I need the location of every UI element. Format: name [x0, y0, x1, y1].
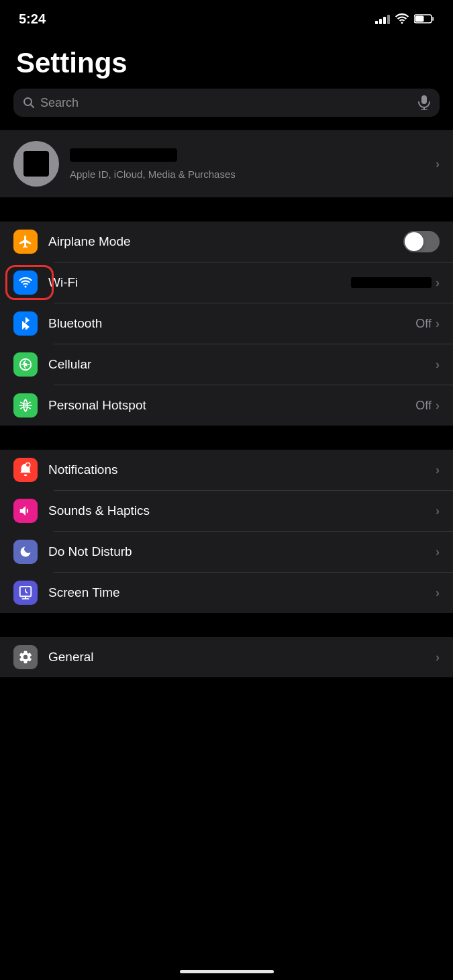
svg-rect-1: [432, 17, 434, 21]
hotspot-icon-bg: [13, 393, 38, 418]
airplane-mode-row[interactable]: Airplane Mode: [0, 222, 453, 262]
section-divider-3: [0, 613, 453, 637]
wifi-icon: [18, 277, 33, 289]
section-divider-1: [0, 197, 453, 222]
notifications-chevron: ›: [436, 463, 440, 477]
profile-chevron: ›: [436, 157, 440, 171]
hotspot-value: Off: [415, 399, 432, 413]
donotdisturb-row[interactable]: Do Not Disturb ›: [0, 532, 453, 572]
moon-icon: [19, 545, 32, 558]
general-icon-bg: [13, 645, 38, 669]
search-input-placeholder[interactable]: Search: [40, 96, 413, 110]
wifi-icon-bg: [13, 271, 38, 295]
search-icon: [23, 97, 35, 109]
notifications-row[interactable]: Notifications ›: [0, 450, 453, 490]
wifi-chevron: ›: [436, 276, 440, 290]
cellular-icon-bg: [13, 352, 38, 377]
wifi-row[interactable]: Wi-Fi ›: [0, 262, 453, 303]
profile-name: [70, 148, 177, 162]
bluetooth-value: Off: [415, 317, 432, 331]
general-label: General: [48, 650, 436, 665]
airplane-icon: [18, 234, 33, 249]
bluetooth-icon: [19, 316, 32, 331]
donotdisturb-label: Do Not Disturb: [48, 544, 436, 559]
general-chevron: ›: [436, 650, 440, 665]
wifi-label: Wi-Fi: [48, 275, 351, 290]
bluetooth-row[interactable]: Bluetooth Off ›: [0, 303, 453, 344]
sounds-label: Sounds & Haptics: [48, 503, 436, 518]
notifications-icon-bg: [13, 458, 38, 482]
bluetooth-label: Bluetooth: [48, 316, 415, 331]
avatar: [13, 141, 59, 187]
screentime-chevron: ›: [436, 586, 440, 600]
section-divider-2: [0, 426, 453, 450]
battery-icon: [414, 13, 434, 24]
screentime-icon-bg: [13, 581, 38, 605]
wifi-network-name: [351, 277, 432, 288]
status-time: 5:24: [19, 11, 46, 27]
bluetooth-chevron: ›: [436, 317, 440, 331]
system-group: Notifications › Sounds & Haptics › Do No…: [0, 450, 453, 613]
search-bar[interactable]: Search: [13, 89, 440, 117]
airplane-mode-toggle[interactable]: [403, 231, 440, 252]
svg-line-4: [31, 105, 34, 108]
page-title: Settings: [0, 34, 453, 89]
notifications-icon: [19, 462, 32, 477]
microphone-icon[interactable]: [418, 95, 430, 110]
connectivity-group: Airplane Mode Wi-Fi › Bluetooth Off ›: [0, 222, 453, 426]
cellular-icon: [18, 357, 33, 372]
screentime-row[interactable]: Screen Time ›: [0, 573, 453, 613]
status-icons: [375, 13, 434, 24]
sounds-icon-bg: [13, 499, 38, 523]
profile-section: Apple ID, iCloud, Media & Purchases ›: [0, 130, 453, 197]
profile-subtitle: Apple ID, iCloud, Media & Purchases: [70, 168, 436, 180]
hotspot-label: Personal Hotspot: [48, 398, 415, 413]
status-bar: 5:24: [0, 0, 453, 34]
notifications-label: Notifications: [48, 462, 436, 477]
sounds-chevron: ›: [436, 504, 440, 518]
donotdisturb-chevron: ›: [436, 545, 440, 559]
cellular-label: Cellular: [48, 357, 436, 372]
cellular-chevron: ›: [436, 358, 440, 372]
hotspot-chevron: ›: [436, 399, 440, 413]
svg-point-10: [26, 462, 30, 467]
profile-info: Apple ID, iCloud, Media & Purchases: [70, 148, 436, 180]
hotspot-row[interactable]: Personal Hotspot Off ›: [0, 385, 453, 426]
profile-row[interactable]: Apple ID, iCloud, Media & Purchases ›: [0, 130, 453, 197]
airplane-mode-label: Airplane Mode: [48, 234, 403, 249]
wifi-status-icon: [395, 13, 409, 24]
sounds-icon: [18, 503, 33, 518]
screentime-icon: [18, 585, 33, 600]
bluetooth-icon-bg: [13, 311, 38, 336]
svg-rect-5: [421, 95, 427, 104]
general-row[interactable]: General ›: [0, 637, 453, 677]
hotspot-icon: [18, 398, 33, 413]
gear-icon: [18, 650, 33, 665]
sounds-row[interactable]: Sounds & Haptics ›: [0, 491, 453, 531]
signal-bars-icon: [375, 13, 390, 24]
donotdisturb-icon-bg: [13, 540, 38, 564]
svg-rect-2: [415, 16, 424, 22]
general-group: General ›: [0, 637, 453, 677]
airplane-mode-icon-bg: [13, 230, 38, 254]
screentime-label: Screen Time: [48, 585, 436, 600]
home-indicator: [180, 970, 274, 973]
cellular-row[interactable]: Cellular ›: [0, 344, 453, 385]
